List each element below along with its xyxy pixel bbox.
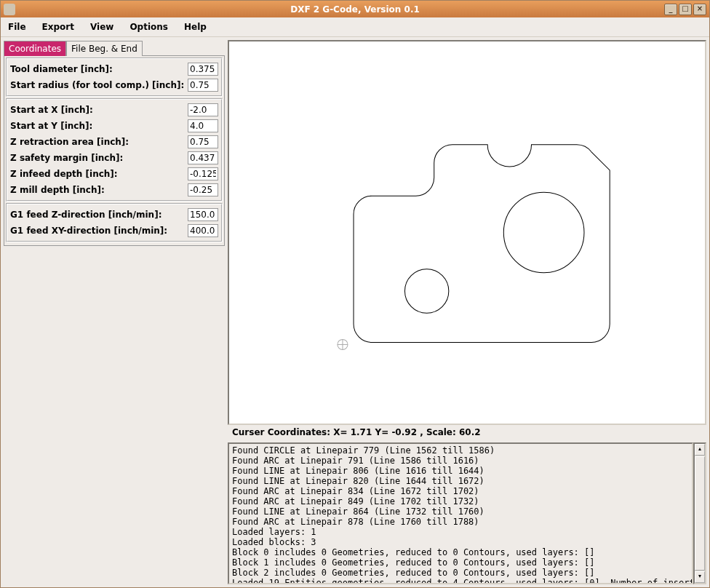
menu-help[interactable]: Help xyxy=(184,22,207,32)
scroll-thumb[interactable] xyxy=(695,456,705,571)
z-mill-label: Z mill depth [inch]: xyxy=(10,185,105,195)
log-text[interactable]: Found CIRCLE at Linepair 779 (Line 1562 … xyxy=(228,442,693,584)
close-button[interactable]: × xyxy=(693,4,706,15)
param-group-feed: G1 feed Z-direction [inch/min]: G1 feed … xyxy=(6,203,223,242)
app-window: DXF 2 G-Code, Version 0.1 _ □ × File Exp… xyxy=(0,0,710,588)
menubar: File Export View Options Help xyxy=(1,17,709,37)
right-panel: Curser Coordinates: X= 1.71 Y= -0.92 , S… xyxy=(228,40,706,584)
z-safety-input[interactable] xyxy=(188,151,218,164)
app-icon xyxy=(4,4,15,15)
menu-export[interactable]: Export xyxy=(42,22,74,32)
titlebar[interactable]: DXF 2 G-Code, Version 0.1 _ □ × xyxy=(1,1,709,17)
g1-xy-label: G1 feed XY-direction [inch/min]: xyxy=(10,226,167,236)
scroll-up-button[interactable]: ▴ xyxy=(695,444,705,456)
param-group-tool: Tool diameter [inch]: Start radius (for … xyxy=(6,57,223,97)
menu-file[interactable]: File xyxy=(8,22,26,32)
start-x-input[interactable] xyxy=(188,103,218,116)
z-infeed-input[interactable] xyxy=(188,167,218,180)
svg-point-0 xyxy=(503,192,584,273)
z-infeed-label: Z infeed depth [inch]: xyxy=(10,169,118,179)
left-panel: Coordinates File Beg. & End Tool diamete… xyxy=(4,40,225,584)
z-safety-label: Z safety margin [inch]: xyxy=(10,153,123,163)
tab-file-beg-end[interactable]: File Beg. & End xyxy=(66,41,143,56)
tool-diameter-input[interactable] xyxy=(188,63,218,76)
start-radius-input[interactable] xyxy=(188,79,218,92)
start-y-input[interactable] xyxy=(188,119,218,132)
window-title: DXF 2 G-Code, Version 0.1 xyxy=(1,4,709,15)
window-controls: _ □ × xyxy=(664,4,706,15)
g1-z-input[interactable] xyxy=(188,208,218,221)
tab-coordinates[interactable]: Coordinates xyxy=(4,41,66,56)
cursor-coordinates: Curser Coordinates: X= 1.71 Y= -0.92 , S… xyxy=(228,425,706,440)
start-x-label: Start at X [inch]: xyxy=(10,105,93,115)
menu-view[interactable]: View xyxy=(90,22,113,32)
z-retraction-label: Z retraction area [inch]: xyxy=(10,137,129,147)
z-retraction-input[interactable] xyxy=(188,135,218,148)
content-area: Coordinates File Beg. & End Tool diamete… xyxy=(1,37,709,587)
drawing-canvas[interactable] xyxy=(228,40,706,425)
g1-xy-input[interactable] xyxy=(188,224,218,237)
g1-z-label: G1 feed Z-direction [inch/min]: xyxy=(10,210,161,220)
svg-point-1 xyxy=(404,269,448,313)
start-radius-label: Start radius (for tool comp.) [inch]: xyxy=(10,80,184,90)
tab-bar: Coordinates File Beg. & End xyxy=(4,40,225,55)
z-mill-input[interactable] xyxy=(188,183,218,196)
param-group-position: Start at X [inch]: Start at Y [inch]: Z … xyxy=(6,98,223,202)
tool-diameter-label: Tool diameter [inch]: xyxy=(10,64,113,74)
scroll-down-button[interactable]: ▾ xyxy=(695,571,705,583)
dxf-drawing xyxy=(229,41,705,424)
log-scrollbar[interactable]: ▴ ▾ xyxy=(693,442,706,584)
tab-body: Tool diameter [inch]: Start radius (for … xyxy=(4,55,225,246)
menu-options[interactable]: Options xyxy=(129,22,168,32)
maximize-button[interactable]: □ xyxy=(679,4,692,15)
minimize-button[interactable]: _ xyxy=(664,4,677,15)
log-area: Found CIRCLE at Linepair 779 (Line 1562 … xyxy=(228,442,706,584)
start-y-label: Start at Y [inch]: xyxy=(10,121,92,131)
